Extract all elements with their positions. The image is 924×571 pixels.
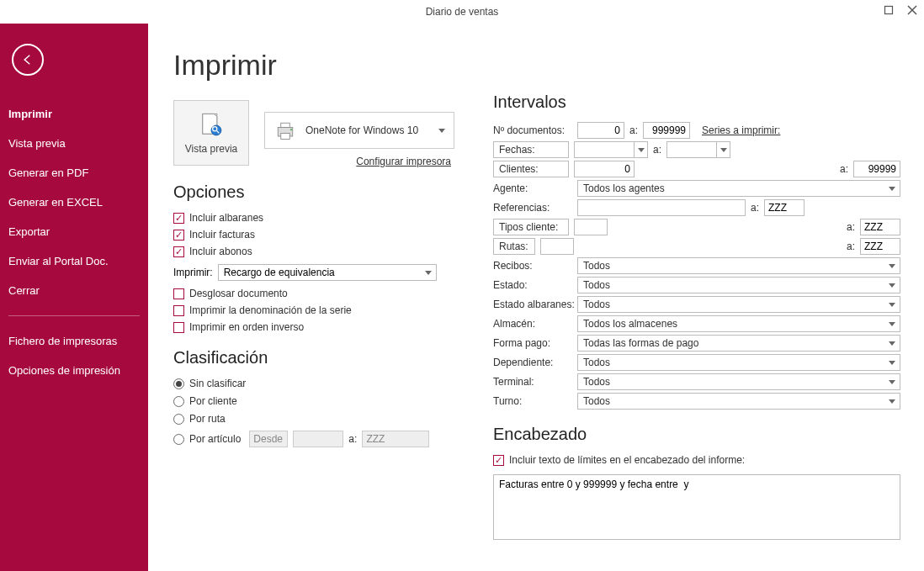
sidebar-item-fichero-impresoras[interactable]: Fichero de impresoras	[0, 326, 148, 356]
fechas-button[interactable]: Fechas:	[493, 141, 569, 158]
chk-facturas-label: Incluir facturas	[189, 229, 255, 241]
radio-por-ruta[interactable]	[173, 414, 184, 425]
chk-denom[interactable]	[173, 305, 184, 316]
estado-alb-select[interactable]: Todos	[577, 296, 900, 313]
window-title: Diario de ventas	[426, 6, 499, 18]
sidebar-item-excel[interactable]: Generar en EXCEL	[0, 188, 148, 217]
radio-cliente-label: Por cliente	[189, 395, 237, 407]
ndoc-from-input[interactable]	[577, 122, 624, 139]
clientes-a-label: a:	[840, 163, 848, 175]
clasificacion-heading: Clasificación	[173, 348, 468, 367]
ref-a-label: a:	[751, 202, 759, 214]
tipos-button[interactable]: Tipos cliente:	[493, 219, 569, 235]
rutas-a-label: a:	[847, 241, 855, 252]
svg-rect-9	[281, 134, 290, 140]
fpago-select[interactable]: Todas las formas de pago	[577, 335, 900, 352]
agente-select[interactable]: Todos los agentes	[577, 180, 900, 197]
almacen-select[interactable]: Todos los almacenes	[577, 315, 900, 332]
svg-rect-0	[885, 7, 893, 14]
term-select[interactable]: Todos	[577, 373, 900, 390]
sidebar-item-vista-previa[interactable]: Vista previa	[0, 129, 148, 158]
close-button[interactable]	[905, 3, 919, 17]
fechas-a-label: a:	[653, 144, 661, 156]
imprimir-label: Imprimir:	[173, 267, 213, 278]
chk-denom-label: Imprimir la denominación de la serie	[189, 304, 352, 316]
ndoc-label: Nº documentos:	[493, 124, 577, 136]
tipos-from-input[interactable]	[574, 219, 608, 235]
sidebar-item-imprimir[interactable]: Imprimir	[0, 99, 148, 129]
term-label: Terminal:	[493, 376, 577, 388]
tipos-a-label: a:	[847, 221, 855, 233]
sidebar-item-cerrar[interactable]: Cerrar	[0, 276, 148, 305]
printer-select[interactable]: OneNote for Windows 10	[264, 112, 454, 149]
estado-label: Estado:	[493, 279, 577, 291]
series-link[interactable]: Series a imprimir:	[702, 124, 780, 136]
svg-point-10	[290, 129, 292, 130]
opciones-heading: Opciones	[173, 182, 468, 202]
tipos-to-input[interactable]	[860, 219, 900, 235]
vista-previa-label: Vista previa	[185, 143, 237, 155]
estado-select[interactable]: Todos	[577, 277, 900, 293]
articulo-desde-label	[249, 431, 288, 447]
almacen-label: Almacén:	[493, 318, 577, 330]
estado-alb-label: Estado albaranes:	[493, 299, 577, 310]
fechas-from-input[interactable]	[574, 141, 635, 158]
rutas-from-input[interactable]	[540, 238, 574, 255]
sidebar-item-pdf[interactable]: Generar en PDF	[0, 158, 148, 188]
dep-select[interactable]: Todos	[577, 354, 900, 371]
radio-por-cliente[interactable]	[173, 396, 184, 407]
sidebar-item-opciones-impresion[interactable]: Opciones de impresión	[0, 356, 148, 385]
rutas-to-input[interactable]	[860, 238, 900, 255]
encabezado-heading: Encabezado	[493, 425, 900, 444]
chk-albaranes[interactable]	[173, 213, 184, 224]
configurar-impresora-link[interactable]: Configurar impresora	[264, 156, 451, 167]
chk-albaranes-label: Incluir albaranes	[189, 212, 263, 224]
turno-select[interactable]: Todos	[577, 393, 900, 410]
radio-ruta-label: Por ruta	[189, 413, 226, 425]
page-title: Imprimir	[173, 49, 468, 82]
ref-to-input[interactable]	[764, 199, 805, 216]
ndoc-to-input[interactable]	[643, 122, 690, 139]
rutas-button[interactable]: Rutas:	[493, 238, 535, 255]
svg-rect-8	[281, 123, 290, 127]
vista-previa-button[interactable]: Vista previa	[173, 100, 249, 166]
articulo-a-input	[362, 431, 429, 447]
ndoc-a-label: a:	[629, 124, 638, 136]
encab-textarea[interactable]	[493, 474, 900, 540]
recibos-select[interactable]: Todos	[577, 257, 900, 274]
fechas-from-drop[interactable]	[635, 141, 648, 158]
recibos-label: Recibos:	[493, 260, 577, 272]
radio-articulo-label: Por artículo	[189, 433, 241, 445]
document-preview-icon	[197, 111, 226, 140]
radio-sin-clasificar[interactable]	[173, 378, 184, 389]
imprimir-select[interactable]: Recargo de equivalencia	[218, 264, 437, 281]
radio-por-articulo[interactable]	[173, 434, 184, 445]
intervalos-heading: Intervalos	[493, 93, 900, 112]
fechas-to-drop[interactable]	[717, 141, 730, 158]
chk-inverso[interactable]	[173, 322, 184, 333]
back-button[interactable]	[12, 44, 44, 76]
chk-facturas[interactable]	[173, 230, 184, 241]
chk-desglosar[interactable]	[173, 288, 184, 299]
chk-abonos[interactable]	[173, 246, 184, 257]
radio-sin-label: Sin clasificar	[189, 378, 246, 389]
sidebar-item-exportar[interactable]: Exportar	[0, 217, 148, 246]
clientes-button[interactable]: Clientes:	[493, 161, 569, 177]
ref-label: Referencias:	[493, 202, 577, 214]
chk-encab[interactable]	[493, 455, 504, 466]
turno-label: Turno:	[493, 395, 577, 407]
sidebar-item-portal[interactable]: Enviar al Portal Doc.	[0, 246, 148, 276]
chk-abonos-label: Incluir abonos	[189, 246, 252, 257]
chk-desglosar-label: Desglosar documento	[189, 288, 288, 299]
fechas-to-input[interactable]	[666, 141, 717, 158]
clientes-from-input[interactable]	[574, 161, 635, 177]
maximize-button[interactable]	[882, 3, 895, 17]
fpago-label: Forma pago:	[493, 337, 577, 349]
printer-name: OneNote for Windows 10	[305, 124, 430, 136]
chk-encab-label: Incluir texto de límites en el encabezad…	[509, 454, 745, 466]
ref-from-input[interactable]	[577, 199, 746, 216]
clientes-to-input[interactable]	[853, 161, 900, 177]
articulo-desde-input	[293, 431, 343, 447]
printer-icon	[273, 119, 297, 142]
chevron-down-icon	[438, 129, 445, 133]
